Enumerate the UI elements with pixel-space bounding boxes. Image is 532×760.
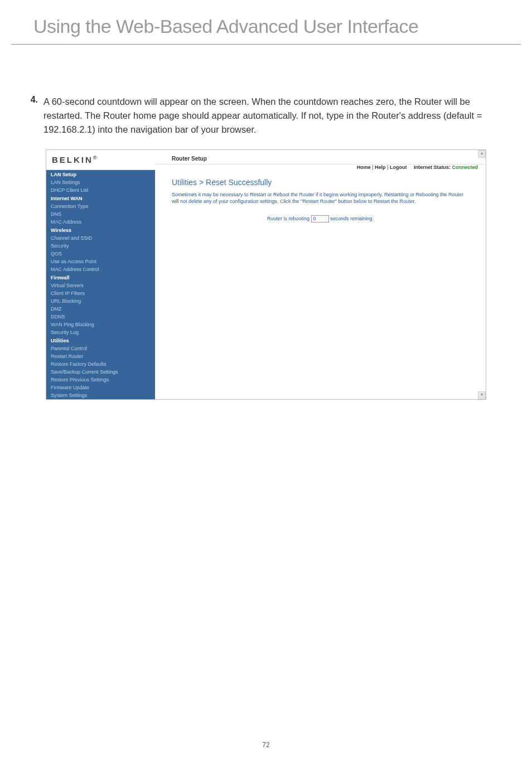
sidebar-item-save-backup[interactable]: Save/Backup Current Settings: [46, 368, 155, 376]
sidebar-item-wan-ping-blocking[interactable]: WAN Ping Blocking: [46, 321, 155, 328]
reboot-suffix: seconds remaining.: [330, 215, 374, 221]
panel-header: Router Setup: [155, 150, 486, 164]
sidebar-item-virtual-servers[interactable]: Virtual Servers: [46, 282, 155, 289]
sidebar-item-mac-control[interactable]: MAC Address Control: [46, 265, 155, 273]
sidebar-item-security[interactable]: Security: [46, 242, 155, 250]
sidebar-section-lan: LAN Setup: [46, 170, 155, 178]
link-help[interactable]: Help: [375, 164, 386, 170]
breadcrumb: Home | Help | Logout Internet Status: Co…: [155, 164, 486, 172]
scroll-up-icon[interactable]: ▴: [478, 150, 486, 158]
sidebar-item-parental-control[interactable]: Parental Control: [46, 345, 155, 352]
description-text: Sometimes it may be necessary to Restart…: [155, 191, 486, 205]
instruction-step: 4. A 60-second countdown will appear on …: [0, 45, 532, 136]
reboot-countdown: Router is rebooting 0 seconds remaining.: [155, 205, 486, 222]
router-ui-screenshot: BELKIN® LAN Setup LAN Settings DHCP Clie…: [46, 149, 486, 400]
sidebar-item-channel-ssid[interactable]: Channel and SSID: [46, 234, 155, 242]
page-title: Using the Web-Based Advanced User Interf…: [11, 0, 521, 45]
sidebar-section-utilities: Utilities: [46, 336, 155, 345]
sidebar-item-access-point[interactable]: Use as Access Point: [46, 258, 155, 265]
sidebar: BELKIN® LAN Setup LAN Settings DHCP Clie…: [46, 150, 155, 399]
sidebar-item-dmz[interactable]: DMZ: [46, 305, 155, 313]
internet-status-value: Connected: [452, 164, 478, 170]
main-panel: ▴ Router Setup Home | Help | Logout Inte…: [155, 150, 486, 399]
internet-status-label: Internet Status:: [414, 164, 451, 170]
sidebar-item-system-settings[interactable]: System Settings: [46, 391, 155, 399]
sidebar-item-dns[interactable]: DNS: [46, 210, 155, 218]
link-home[interactable]: Home: [357, 164, 371, 170]
sidebar-item-restore-previous[interactable]: Restore Previous Settings: [46, 376, 155, 384]
sidebar-item-mac-address[interactable]: MAC Address: [46, 218, 155, 226]
section-heading: Utilities > Reset Successfully: [155, 172, 486, 191]
sidebar-item-client-ip-filters[interactable]: Client IP Filters: [46, 289, 155, 297]
sidebar-section-wireless: Wireless: [46, 226, 155, 234]
sidebar-section-firewall: Firewall: [46, 273, 155, 282]
sidebar-item-security-log[interactable]: Security Log: [46, 328, 155, 336]
belkin-logo: BELKIN®: [46, 150, 155, 170]
link-logout[interactable]: Logout: [390, 164, 407, 170]
sidebar-item-dhcp-client-list[interactable]: DHCP Client List: [46, 186, 155, 194]
sidebar-item-qos[interactable]: QOS: [46, 250, 155, 258]
logo-suffix: ®: [93, 155, 97, 161]
sidebar-item-restart-router[interactable]: Restart Router: [46, 352, 155, 360]
page-number: 72: [0, 741, 532, 749]
sidebar-item-ddns[interactable]: DDNS: [46, 313, 155, 321]
scroll-down-icon[interactable]: ▾: [478, 391, 486, 399]
reboot-prefix: Router is rebooting: [267, 215, 309, 221]
step-number: 4.: [22, 95, 43, 136]
step-text: A 60-second countdown will appear on the…: [43, 95, 510, 136]
logo-text: BELKIN: [52, 155, 93, 164]
sidebar-item-connection-type[interactable]: Connection Type: [46, 202, 155, 210]
countdown-value: 0: [311, 215, 329, 222]
sidebar-item-lan-settings[interactable]: LAN Settings: [46, 178, 155, 186]
sidebar-item-firmware-update[interactable]: Firmware Update: [46, 384, 155, 391]
sidebar-item-restore-factory[interactable]: Restore Factory Defaults: [46, 360, 155, 368]
sidebar-item-url-blocking[interactable]: URL Blocking: [46, 297, 155, 305]
sidebar-section-internet-wan: Internet WAN: [46, 194, 155, 202]
